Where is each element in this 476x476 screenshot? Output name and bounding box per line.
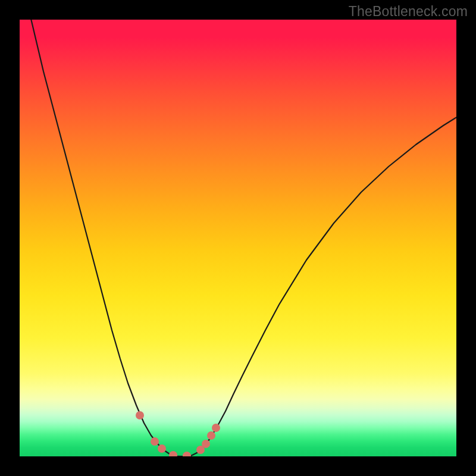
chart-frame: TheBottleneck.com bbox=[0, 0, 476, 476]
marker-dot bbox=[183, 452, 191, 456]
marker-dot bbox=[212, 424, 220, 432]
watermark-text: TheBottleneck.com bbox=[349, 4, 468, 20]
marker-dot bbox=[207, 431, 215, 440]
marker-dot bbox=[151, 437, 159, 446]
data-markers bbox=[136, 411, 220, 456]
marker-dot bbox=[202, 440, 210, 448]
marker-dot bbox=[136, 411, 144, 419]
marker-dot bbox=[169, 451, 177, 456]
bottleneck-curve-right bbox=[183, 114, 456, 456]
plot-area bbox=[20, 20, 456, 456]
marker-dot bbox=[158, 444, 166, 453]
curve-layer bbox=[20, 20, 456, 456]
bottleneck-curve-left bbox=[30, 20, 183, 456]
